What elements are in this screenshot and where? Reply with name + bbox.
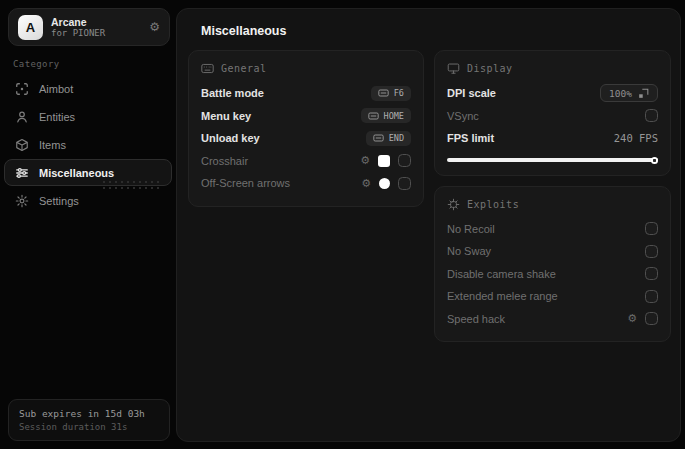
setting-label: FPS limit <box>447 132 494 144</box>
extended-melee-range-checkbox[interactable] <box>645 290 658 303</box>
fps-limit-value: 240 FPS <box>614 132 658 144</box>
setting-row-speed-hack: Speed hack ⚙ <box>447 308 658 331</box>
app-name: Arcane <box>51 16 105 28</box>
offscreen-arrows-checkbox[interactable] <box>398 177 411 190</box>
setting-row-disable-camera-shake: Disable camera shake <box>447 263 658 286</box>
crosshair-checkbox[interactable] <box>398 154 411 167</box>
dpi-scale-select[interactable]: 100% <box>600 84 658 102</box>
setting-row-extended-melee-range: Extended melee range <box>447 285 658 308</box>
main-panel: Miscellaneous General Battle mode <box>176 8 681 442</box>
setting-label: Speed hack <box>447 313 505 325</box>
sidebar-item-settings[interactable]: Settings <box>4 187 172 214</box>
sidebar-item-miscellaneous[interactable]: Miscellaneous <box>4 159 172 186</box>
gear-icon <box>15 194 29 208</box>
setting-label: Disable camera shake <box>447 268 556 280</box>
brand-card: A Arcane for PIONER ⚙ <box>8 8 170 46</box>
sidebar: A Arcane for PIONER ⚙ Category Aimbot <box>0 0 176 449</box>
no-sway-checkbox[interactable] <box>645 245 658 258</box>
sub-expires-text: Sub expires in 15d 03h <box>19 407 159 421</box>
setting-label: Battle mode <box>201 87 264 99</box>
no-recoil-checkbox[interactable] <box>645 222 658 235</box>
session-info-card: Sub expires in 15d 03h Session duration … <box>8 399 170 441</box>
gear-icon[interactable]: ⚙ <box>361 178 371 189</box>
disable-camera-shake-checkbox[interactable] <box>645 267 658 280</box>
exploits-card: Exploits No Recoil No Sway Disable camer… <box>434 186 671 343</box>
sidebar-item-label: Aimbot <box>39 83 73 95</box>
app-window: A Arcane for PIONER ⚙ Category Aimbot <box>0 0 685 449</box>
setting-label: Menu key <box>201 110 251 122</box>
setting-label: Unload key <box>201 132 260 144</box>
app-logo: A <box>18 15 43 40</box>
setting-row-unload-key: Unload key END <box>201 127 411 150</box>
keyboard-icon <box>378 89 389 97</box>
keybind-button-unload-key[interactable]: END <box>366 131 411 146</box>
vsync-checkbox[interactable] <box>645 109 658 122</box>
setting-label: VSync <box>447 110 479 122</box>
setting-row-dpi-scale: DPI scale 100% <box>447 82 658 105</box>
color-swatch[interactable] <box>379 178 390 189</box>
sidebar-nav: Aimbot Entities Items Miscellaneous <box>0 75 176 214</box>
keyboard-icon <box>373 134 384 142</box>
section-title: Exploits <box>467 199 519 210</box>
keybind-button-menu-key[interactable]: HOME <box>361 108 411 123</box>
gear-icon[interactable]: ⚙ <box>627 313 637 324</box>
session-duration-text: Session duration 31s <box>19 421 159 434</box>
keyboard-icon <box>201 62 214 75</box>
display-card: Display DPI scale 100% VSy <box>434 50 671 176</box>
setting-label: Extended melee range <box>447 290 558 302</box>
section-title: Display <box>467 63 513 74</box>
monitor-icon <box>447 62 460 75</box>
sidebar-item-aimbot[interactable]: Aimbot <box>4 75 172 102</box>
fps-limit-slider[interactable] <box>447 157 658 164</box>
setting-label: No Recoil <box>447 223 495 235</box>
setting-row-no-recoil: No Recoil <box>447 218 658 241</box>
setting-label: DPI scale <box>447 87 496 99</box>
section-title: General <box>221 63 267 74</box>
sidebar-item-items[interactable]: Items <box>4 131 172 158</box>
setting-row-vsync: VSync <box>447 105 658 128</box>
sidebar-item-label: Miscellaneous <box>39 167 114 179</box>
keyboard-icon <box>368 112 379 120</box>
scale-icon <box>638 88 649 99</box>
slider-knob[interactable] <box>651 157 658 164</box>
sidebar-item-entities[interactable]: Entities <box>4 103 172 130</box>
setting-row-crosshair: Crosshair ⚙ <box>201 150 411 173</box>
setting-row-fps-limit: FPS limit 240 FPS <box>447 127 658 150</box>
setting-row-menu-key: Menu key HOME <box>201 105 411 128</box>
general-card: General Battle mode F6 Menu key H <box>188 50 424 207</box>
app-subtitle: for PIONER <box>51 28 105 38</box>
sidebar-item-label: Entities <box>39 111 75 123</box>
gear-icon[interactable]: ⚙ <box>149 20 160 34</box>
slider-track <box>447 158 658 162</box>
sliders-icon <box>15 166 29 180</box>
setting-label: No Sway <box>447 245 491 257</box>
page-title: Miscellaneous <box>201 24 671 38</box>
speed-hack-checkbox[interactable] <box>645 312 658 325</box>
setting-label: Crosshair <box>201 155 248 167</box>
entities-icon <box>15 110 29 124</box>
setting-row-offscreen-arrows: Off-Screen arrows ⚙ <box>201 172 411 195</box>
setting-row-no-sway: No Sway <box>447 240 658 263</box>
setting-row-battle-mode: Battle mode F6 <box>201 82 411 105</box>
category-label: Category <box>13 59 176 69</box>
sidebar-item-label: Settings <box>39 195 79 207</box>
keybind-button-battle-mode[interactable]: F6 <box>371 86 411 101</box>
gear-icon[interactable]: ⚙ <box>360 155 370 166</box>
bug-icon <box>447 198 460 211</box>
color-swatch[interactable] <box>378 155 390 167</box>
sidebar-item-label: Items <box>39 139 66 151</box>
setting-label: Off-Screen arrows <box>201 177 290 189</box>
package-icon <box>15 138 29 152</box>
crosshair-scan-icon <box>15 82 29 96</box>
